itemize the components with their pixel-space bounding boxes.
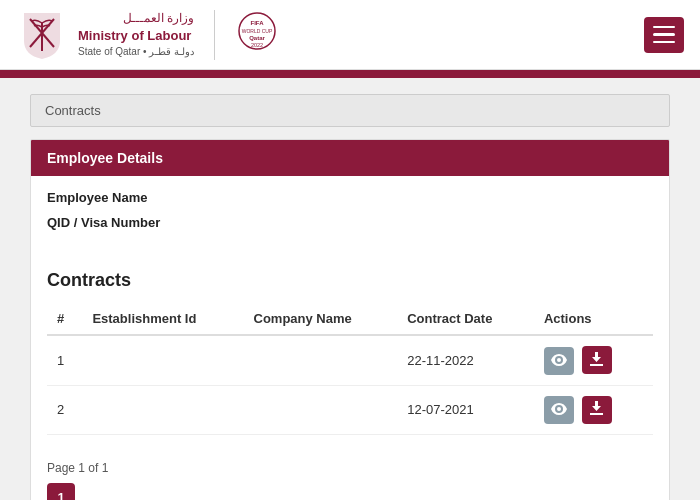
main-content: Contracts Employee Details Employee Name… [0, 78, 700, 500]
row1-company [244, 335, 398, 385]
employee-details-title: Employee Details [47, 150, 163, 166]
mol-logo-icon [16, 9, 68, 61]
svg-text:Qatar: Qatar [249, 35, 265, 41]
contracts-section: Contracts # Establishment Id Company Nam… [31, 254, 669, 451]
row2-date: 12-07-2021 [397, 385, 534, 435]
qid-label: QID / Visa Number [47, 215, 160, 230]
breadcrumb: Contracts [30, 94, 670, 127]
download-icon [590, 401, 603, 418]
qid-row: QID / Visa Number [47, 215, 653, 230]
table-body: 1 22-11-2022 [47, 335, 653, 435]
eye-icon [551, 402, 567, 418]
table-header-row: # Establishment Id Company Name Contract… [47, 303, 653, 335]
pagination-info: Page 1 of 1 [31, 461, 669, 475]
employee-details-body: Employee Name QID / Visa Number [31, 176, 669, 254]
header: وزارة العمـــل Ministry of Labour State … [0, 0, 700, 70]
download-icon [590, 352, 603, 369]
employee-name-row: Employee Name [47, 190, 653, 205]
row2-view-button[interactable] [544, 396, 574, 424]
page-1-button[interactable]: 1 [47, 483, 75, 500]
logo-english-title: Ministry of Labour [78, 27, 194, 45]
hamburger-line-2 [653, 33, 675, 36]
row1-actions [534, 335, 653, 385]
fifa-logo-icon: FIFA WORLD CUP Qatar 2022 [235, 9, 280, 61]
row1-date: 22-11-2022 [397, 335, 534, 385]
logo-text-block: وزارة العمـــل Ministry of Labour State … [78, 10, 194, 59]
table-header: # Establishment Id Company Name Contract… [47, 303, 653, 335]
contracts-table: # Establishment Id Company Name Contract… [47, 303, 653, 435]
breadcrumb-label: Contracts [45, 103, 101, 118]
pagination-controls: 1 [31, 475, 669, 500]
eye-icon [551, 353, 567, 369]
row2-num: 2 [47, 385, 82, 435]
row2-download-button[interactable] [582, 396, 612, 424]
svg-text:FIFA: FIFA [251, 20, 265, 26]
row1-num: 1 [47, 335, 82, 385]
col-actions: Actions [534, 303, 653, 335]
row2-actions [534, 385, 653, 435]
logo-subtitle: State of Qatar • دولـة قطـر [78, 45, 194, 59]
hamburger-line-3 [653, 41, 675, 44]
contracts-heading: Contracts [47, 270, 653, 291]
row1-view-button[interactable] [544, 347, 574, 375]
logo-divider [214, 10, 215, 60]
employee-name-label: Employee Name [47, 190, 147, 205]
employee-details-header: Employee Details [31, 140, 669, 176]
row2-establishment [82, 385, 243, 435]
col-establishment: Establishment Id [82, 303, 243, 335]
hamburger-menu-button[interactable] [644, 17, 684, 53]
accent-bar [0, 70, 700, 78]
svg-text:WORLD CUP: WORLD CUP [242, 28, 273, 34]
svg-rect-9 [590, 413, 603, 415]
table-row: 1 22-11-2022 [47, 335, 653, 385]
logo-container: وزارة العمـــل Ministry of Labour State … [16, 9, 280, 61]
row1-establishment [82, 335, 243, 385]
row2-company [244, 385, 398, 435]
logo-arabic-text: وزارة العمـــل [78, 10, 194, 27]
svg-rect-8 [590, 364, 603, 366]
table-row: 2 12-07-2021 [47, 385, 653, 435]
col-company: Company Name [244, 303, 398, 335]
col-contract-date: Contract Date [397, 303, 534, 335]
employee-details-card: Employee Details Employee Name QID / Vis… [30, 139, 670, 500]
row1-download-button[interactable] [582, 346, 612, 374]
hamburger-line-1 [653, 26, 675, 29]
svg-text:2022: 2022 [251, 42, 263, 48]
col-num: # [47, 303, 82, 335]
